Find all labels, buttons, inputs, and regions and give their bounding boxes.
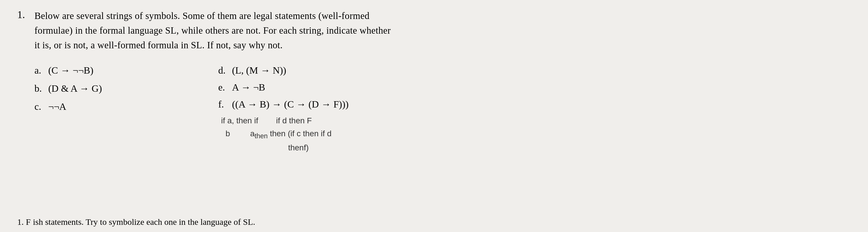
question-text: Below are several strings of symbols. So… [34,9,851,53]
item-e: e. A → ¬B [218,80,851,94]
page: 1. Below are several strings of symbols.… [0,0,868,232]
left-items: a. (C → ¬¬B) b. (D & A → G) c. ¬¬A [34,63,184,154]
item-f: f. ((A → B) → (C → (D → F))) [218,97,851,112]
item-b-label: b. [34,81,46,96]
item-d: d. (L, (M → N)) [218,63,851,78]
item-f-label: f. [218,97,230,112]
item-d-expr: (L, (M → N)) [232,63,286,78]
item-a-expr: (C → ¬¬B) [48,63,93,78]
question-block: 1. Below are several strings of symbols.… [17,9,851,154]
item-e-label: e. [218,80,230,94]
item-c-expr: ¬¬A [48,99,66,114]
bottom-note: 1. F ish statements. Try to symbolize ea… [17,217,255,227]
item-e-expr: A → ¬B [232,80,265,94]
handwritten-line1: if a, then if if d then F [221,114,851,127]
item-a-label: a. [34,63,46,78]
q-line2: formulae) in the formal language SL, whi… [34,25,391,36]
bottom-partial-label: 1. F [17,217,31,227]
handwritten-line3: thenf) [221,141,851,154]
bottom-text: ish statements. Try to symbolize each on… [33,217,255,227]
item-d-label: d. [218,63,230,78]
q-line3: it is, or is not, a well-formed formula … [34,40,282,50]
handwritten-line2: b athen then (if c then if d [221,127,851,141]
q-line1: Below are several strings of symbols. So… [34,11,370,21]
question-number: 1. [17,9,34,154]
item-c-label: c. [34,99,46,114]
right-items: d. (L, (M → N)) e. A → ¬B f. ((A → B) → … [218,63,851,154]
item-b-expr: (D & A → G) [48,81,102,96]
item-f-expr: ((A → B) → (C → (D → F))) [232,97,348,112]
handwritten-annotation: if a, then if if d then F b athen then (… [218,114,851,154]
item-a: a. (C → ¬¬B) [34,63,184,78]
item-c: c. ¬¬A [34,99,184,114]
question-content: Below are several strings of symbols. So… [34,9,851,154]
item-b: b. (D & A → G) [34,81,184,96]
items-row: a. (C → ¬¬B) b. (D & A → G) c. ¬¬A d. [34,63,851,154]
